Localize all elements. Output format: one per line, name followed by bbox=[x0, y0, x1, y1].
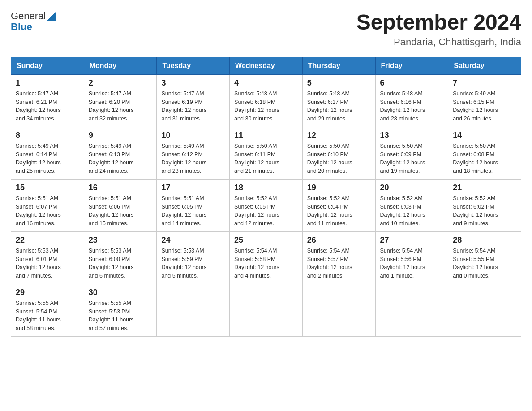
day-number: 13 bbox=[380, 131, 444, 140]
day-number: 26 bbox=[307, 235, 371, 245]
day-number: 14 bbox=[453, 131, 516, 140]
day-number: 27 bbox=[380, 235, 444, 245]
day-info: Sunrise: 5:54 AMSunset: 5:58 PMDaylight:… bbox=[234, 247, 298, 280]
day-cell: 16 Sunrise: 5:51 AMSunset: 6:06 PMDaylig… bbox=[84, 179, 157, 231]
day-cell: 20 Sunrise: 5:52 AMSunset: 6:03 PMDaylig… bbox=[375, 179, 448, 231]
day-cell: 5 Sunrise: 5:48 AMSunset: 6:17 PMDayligh… bbox=[302, 74, 375, 127]
day-info: Sunrise: 5:47 AMSunset: 6:20 PMDaylight:… bbox=[89, 90, 152, 123]
day-number: 30 bbox=[89, 288, 152, 297]
day-info: Sunrise: 5:49 AMSunset: 6:14 PMDaylight:… bbox=[16, 142, 79, 176]
day-number: 3 bbox=[161, 78, 225, 88]
day-cell: 3 Sunrise: 5:47 AMSunset: 6:19 PMDayligh… bbox=[157, 74, 230, 127]
day-cell bbox=[375, 284, 448, 336]
day-info: Sunrise: 5:48 AMSunset: 6:18 PMDaylight:… bbox=[234, 90, 298, 123]
day-cell: 8 Sunrise: 5:49 AMSunset: 6:14 PMDayligh… bbox=[11, 127, 84, 179]
svg-marker-0 bbox=[47, 11, 56, 21]
header-tuesday: Tuesday bbox=[157, 57, 230, 74]
day-cell: 23 Sunrise: 5:53 AMSunset: 6:00 PMDaylig… bbox=[84, 231, 157, 284]
day-cell: 14 Sunrise: 5:50 AMSunset: 6:08 PMDaylig… bbox=[448, 127, 521, 179]
week-row-1: 1 Sunrise: 5:47 AMSunset: 6:21 PMDayligh… bbox=[11, 74, 521, 127]
day-cell: 1 Sunrise: 5:47 AMSunset: 6:21 PMDayligh… bbox=[11, 74, 84, 127]
title-section: September 2024 Pandaria, Chhattisgarh, I… bbox=[356, 11, 521, 48]
day-info: Sunrise: 5:49 AMSunset: 6:15 PMDaylight:… bbox=[453, 90, 516, 123]
day-info: Sunrise: 5:49 AMSunset: 6:12 PMDaylight:… bbox=[161, 142, 225, 176]
day-info: Sunrise: 5:52 AMSunset: 6:05 PMDaylight:… bbox=[234, 194, 298, 228]
day-cell: 13 Sunrise: 5:50 AMSunset: 6:09 PMDaylig… bbox=[375, 127, 448, 179]
day-number: 15 bbox=[16, 183, 79, 193]
day-cell: 11 Sunrise: 5:50 AMSunset: 6:11 PMDaylig… bbox=[230, 127, 303, 179]
day-info: Sunrise: 5:50 AMSunset: 6:08 PMDaylight:… bbox=[453, 142, 516, 176]
header-wednesday: Wednesday bbox=[230, 57, 303, 74]
calendar-table: SundayMondayTuesdayWednesdayThursdayFrid… bbox=[11, 57, 521, 337]
header-sunday: Sunday bbox=[11, 57, 84, 74]
logo-blue-text: Blue bbox=[11, 21, 56, 32]
day-cell: 26 Sunrise: 5:54 AMSunset: 5:57 PMDaylig… bbox=[302, 231, 375, 284]
day-number: 17 bbox=[161, 183, 225, 193]
day-cell: 6 Sunrise: 5:48 AMSunset: 6:16 PMDayligh… bbox=[375, 74, 448, 127]
day-number: 9 bbox=[89, 131, 152, 140]
day-cell: 17 Sunrise: 5:51 AMSunset: 6:05 PMDaylig… bbox=[157, 179, 230, 231]
day-info: Sunrise: 5:51 AMSunset: 6:06 PMDaylight:… bbox=[89, 194, 152, 228]
day-info: Sunrise: 5:52 AMSunset: 6:02 PMDaylight:… bbox=[453, 194, 516, 228]
day-info: Sunrise: 5:50 AMSunset: 6:10 PMDaylight:… bbox=[307, 142, 371, 176]
day-cell: 12 Sunrise: 5:50 AMSunset: 6:10 PMDaylig… bbox=[302, 127, 375, 179]
day-number: 22 bbox=[16, 235, 79, 245]
day-cell: 10 Sunrise: 5:49 AMSunset: 6:12 PMDaylig… bbox=[157, 127, 230, 179]
day-info: Sunrise: 5:52 AMSunset: 6:04 PMDaylight:… bbox=[307, 194, 371, 228]
day-cell bbox=[230, 284, 303, 336]
day-number: 25 bbox=[234, 235, 298, 245]
day-info: Sunrise: 5:49 AMSunset: 6:13 PMDaylight:… bbox=[89, 142, 152, 176]
day-number: 2 bbox=[89, 78, 152, 88]
day-info: Sunrise: 5:47 AMSunset: 6:19 PMDaylight:… bbox=[161, 90, 225, 123]
day-info: Sunrise: 5:47 AMSunset: 6:21 PMDaylight:… bbox=[16, 90, 79, 123]
day-number: 23 bbox=[89, 235, 152, 245]
day-number: 4 bbox=[234, 78, 298, 88]
day-cell bbox=[157, 284, 230, 336]
day-number: 20 bbox=[380, 183, 444, 193]
day-number: 18 bbox=[234, 183, 298, 193]
day-cell: 25 Sunrise: 5:54 AMSunset: 5:58 PMDaylig… bbox=[230, 231, 303, 284]
day-number: 28 bbox=[453, 235, 516, 245]
day-number: 7 bbox=[453, 78, 516, 88]
week-row-2: 8 Sunrise: 5:49 AMSunset: 6:14 PMDayligh… bbox=[11, 127, 521, 179]
day-info: Sunrise: 5:53 AMSunset: 5:59 PMDaylight:… bbox=[161, 247, 225, 280]
day-number: 19 bbox=[307, 183, 371, 193]
day-info: Sunrise: 5:51 AMSunset: 6:07 PMDaylight:… bbox=[16, 194, 79, 228]
day-cell: 21 Sunrise: 5:52 AMSunset: 6:02 PMDaylig… bbox=[448, 179, 521, 231]
day-number: 6 bbox=[380, 78, 444, 88]
day-info: Sunrise: 5:52 AMSunset: 6:03 PMDaylight:… bbox=[380, 194, 444, 228]
day-info: Sunrise: 5:54 AMSunset: 5:56 PMDaylight:… bbox=[380, 247, 444, 280]
logo: General Blue bbox=[11, 11, 56, 32]
day-cell bbox=[302, 284, 375, 336]
day-number: 10 bbox=[161, 131, 225, 140]
day-info: Sunrise: 5:53 AMSunset: 6:01 PMDaylight:… bbox=[16, 247, 79, 280]
logo-triangle-icon bbox=[47, 11, 56, 21]
week-row-5: 29 Sunrise: 5:55 AMSunset: 5:54 PMDaylig… bbox=[11, 284, 521, 336]
day-info: Sunrise: 5:54 AMSunset: 5:57 PMDaylight:… bbox=[307, 247, 371, 280]
day-cell: 22 Sunrise: 5:53 AMSunset: 6:01 PMDaylig… bbox=[11, 231, 84, 284]
calendar-subtitle: Pandaria, Chhattisgarh, India bbox=[356, 36, 521, 48]
day-cell: 24 Sunrise: 5:53 AMSunset: 5:59 PMDaylig… bbox=[157, 231, 230, 284]
day-cell: 27 Sunrise: 5:54 AMSunset: 5:56 PMDaylig… bbox=[375, 231, 448, 284]
day-number: 11 bbox=[234, 131, 298, 140]
day-cell: 28 Sunrise: 5:54 AMSunset: 5:55 PMDaylig… bbox=[448, 231, 521, 284]
page-header: General Blue September 2024 Pandaria, Ch… bbox=[11, 11, 521, 48]
day-info: Sunrise: 5:51 AMSunset: 6:05 PMDaylight:… bbox=[161, 194, 225, 228]
day-cell: 29 Sunrise: 5:55 AMSunset: 5:54 PMDaylig… bbox=[11, 284, 84, 336]
header-friday: Friday bbox=[375, 57, 448, 74]
day-cell: 18 Sunrise: 5:52 AMSunset: 6:05 PMDaylig… bbox=[230, 179, 303, 231]
header-row: SundayMondayTuesdayWednesdayThursdayFrid… bbox=[11, 57, 521, 74]
day-number: 29 bbox=[16, 288, 79, 297]
day-number: 21 bbox=[453, 183, 516, 193]
calendar-title: September 2024 bbox=[356, 11, 521, 34]
day-number: 5 bbox=[307, 78, 371, 88]
week-row-3: 15 Sunrise: 5:51 AMSunset: 6:07 PMDaylig… bbox=[11, 179, 521, 231]
day-cell: 9 Sunrise: 5:49 AMSunset: 6:13 PMDayligh… bbox=[84, 127, 157, 179]
day-info: Sunrise: 5:48 AMSunset: 6:17 PMDaylight:… bbox=[307, 90, 371, 123]
day-info: Sunrise: 5:48 AMSunset: 6:16 PMDaylight:… bbox=[380, 90, 444, 123]
day-info: Sunrise: 5:50 AMSunset: 6:11 PMDaylight:… bbox=[234, 142, 298, 176]
day-info: Sunrise: 5:50 AMSunset: 6:09 PMDaylight:… bbox=[380, 142, 444, 176]
day-number: 24 bbox=[161, 235, 225, 245]
day-info: Sunrise: 5:55 AMSunset: 5:54 PMDaylight:… bbox=[16, 299, 79, 333]
day-cell: 19 Sunrise: 5:52 AMSunset: 6:04 PMDaylig… bbox=[302, 179, 375, 231]
